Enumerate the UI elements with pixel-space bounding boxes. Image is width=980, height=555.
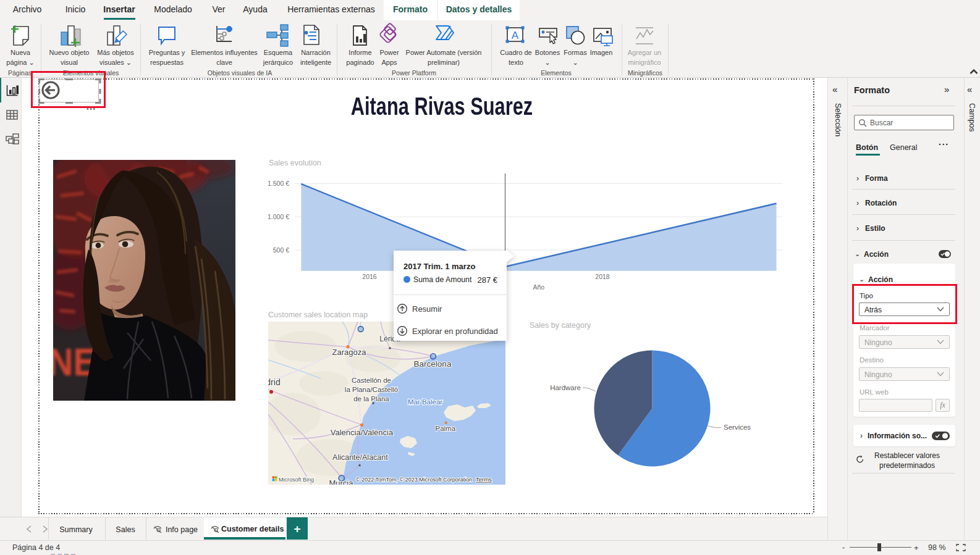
svg-text:de la Plana: de la Plana bbox=[353, 395, 389, 403]
svg-text:500 €: 500 € bbox=[273, 246, 289, 254]
svg-text:Sales evolution: Sales evolution bbox=[269, 159, 321, 167]
svg-text:Valencia/València: Valencia/València bbox=[331, 428, 394, 437]
svg-text:Resumir: Resumir bbox=[412, 304, 442, 314]
svg-text:1.500 €: 1.500 € bbox=[268, 180, 289, 187]
svg-text:Microsoft Bing: Microsoft Bing bbox=[279, 477, 314, 483]
svg-text:A: A bbox=[512, 30, 519, 41]
svg-text:Barcelona: Barcelona bbox=[414, 359, 452, 369]
svg-text:2016: 2016 bbox=[362, 273, 377, 280]
svg-text:Terms: Terms bbox=[476, 476, 492, 483]
svg-text:© 2022 TomTom, © 2023 Microsof: © 2022 TomTom, © 2023 Microsoft Corporat… bbox=[356, 477, 472, 483]
svg-text:Services: Services bbox=[724, 424, 751, 431]
svg-text:la Plana/Castelló: la Plana/Castelló bbox=[345, 386, 398, 393]
svg-text:Castellón de: Castellón de bbox=[352, 377, 391, 384]
svg-text:Palma: Palma bbox=[435, 425, 455, 432]
svg-text:Sales by category: Sales by category bbox=[530, 321, 591, 330]
svg-text:1.000 €: 1.000 € bbox=[268, 213, 289, 220]
svg-text:Murcia: Murcia bbox=[329, 478, 353, 485]
svg-text:Año: Año bbox=[533, 283, 544, 291]
svg-text:Explorar en profundidad: Explorar en profundidad bbox=[412, 327, 498, 336]
svg-text:Zaragoza: Zaragoza bbox=[332, 348, 367, 357]
svg-text:Hardware: Hardware bbox=[550, 384, 581, 391]
svg-text:Alicante/Alacant: Alicante/Alacant bbox=[332, 453, 388, 462]
svg-text:2018: 2018 bbox=[595, 273, 610, 280]
svg-text:Mar Balear: Mar Balear bbox=[408, 398, 442, 406]
svg-text:drid: drid bbox=[268, 377, 281, 387]
